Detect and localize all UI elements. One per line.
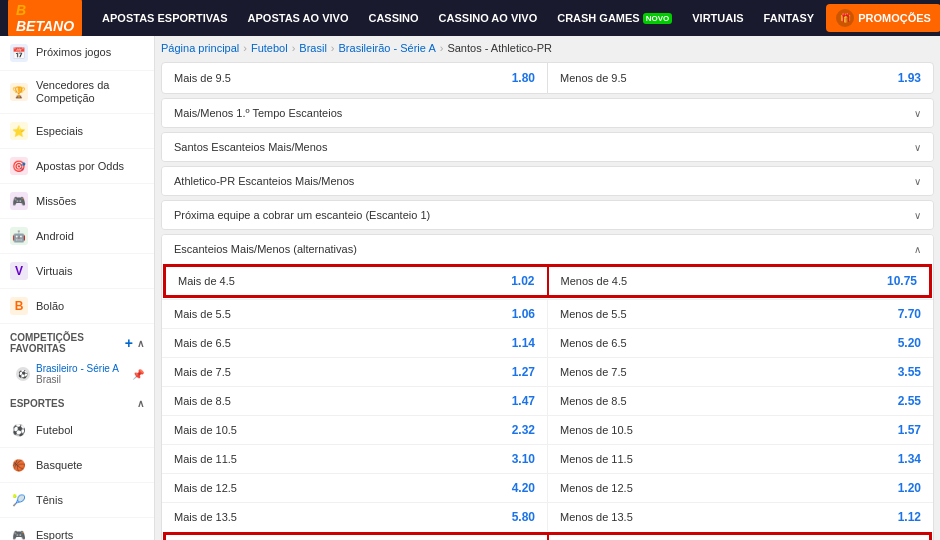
nav-apostas-esportivas[interactable]: APOSTAS ESPORTIVAS [94,12,236,24]
esports-icon: 🎮 [10,526,28,540]
bet-right-row-12.5[interactable]: Menos de 12.5 1.20 [548,474,933,502]
section-header-athletico-escanteios[interactable]: Athletico-PR Escanteios Mais/Menos ∨ [162,167,933,195]
bet-left-row-8.5[interactable]: Mais de 8.5 1.47 [162,387,548,415]
bet-left-row-14.5[interactable]: Mais de 14.5 7.80 [164,533,549,540]
bet-right-row-4.5[interactable]: Menos de 4.5 10.75 [547,265,932,297]
bet-left-label-row-12.5: Mais de 12.5 [174,482,237,494]
sidebar-label-esports: Esports [36,529,73,540]
bet-right-row-8.5[interactable]: Menos de 8.5 2.55 [548,387,933,415]
alternativas-rows: Mais de 4.5 1.02 Menos de 4.5 10.75 Mais… [162,264,933,540]
bet-left-odds-row-5.5: 1.06 [512,307,535,321]
bc-brasil[interactable]: Brasil [299,42,327,54]
bet-right-odds-row-7.5: 3.55 [898,365,921,379]
bet-left-row-10.5[interactable]: Mais de 10.5 2.32 [162,416,548,444]
bet-right-odds-row-12.5: 1.20 [898,481,921,495]
liga-brasileiro[interactable]: ⚽ Brasileiro - Série A Brasil 📌 [0,358,154,390]
nav-cassino-ao-vivo[interactable]: CASSINO AO VIVO [431,12,546,24]
promocoes-button[interactable]: 🎁 PROMOÇÕES [826,4,940,32]
bolao-icon: B [10,297,28,315]
sidebar-item-basquete[interactable]: 🏀 Basquete [0,448,154,483]
bet-right-row-14.5[interactable]: Menos de 14.5 1.06 [547,533,932,540]
bet-left-label-row-13.5: Mais de 13.5 [174,511,237,523]
bet-left-label-row-6.5: Mais de 6.5 [174,337,231,349]
sidebar-item-android[interactable]: 🤖 Android [0,219,154,254]
sidebar-label-virtuais: Virtuais [36,265,72,278]
bet-left-row-5.5[interactable]: Mais de 5.5 1.06 [162,300,548,328]
bet-right-label-row-11.5: Menos de 11.5 [560,453,633,465]
bet-left-label-row-5.5: Mais de 5.5 [174,308,231,320]
chevron-down-icon: ∨ [914,210,921,221]
bet-right-row-13.5[interactable]: Menos de 13.5 1.12 [548,503,933,531]
alternativas-label: Escanteios Mais/Menos (alternativas) [174,243,357,255]
bet-row-row-8.5: Mais de 8.5 1.47 Menos de 8.5 2.55 [162,386,933,415]
sidebar-item-tenis[interactable]: 🎾 Tênis [0,483,154,518]
top-right-odds: 1.93 [898,71,921,85]
bc-pagina-principal[interactable]: Página principal [161,42,239,54]
bet-row-row-14.5: Mais de 14.5 7.80 Menos de 14.5 1.06 [163,532,932,540]
logo-b-icon: B [16,2,26,18]
bet-right-row-5.5[interactable]: Menos de 5.5 7.70 [548,300,933,328]
top-left-bet[interactable]: Mais de 9.5 1.80 [162,63,548,93]
bet-right-odds-row-10.5: 1.57 [898,423,921,437]
collapse-competicoes-button[interactable]: ∧ [137,338,144,349]
header: B BETANO APOSTAS ESPORTIVAS APOSTAS AO V… [0,0,940,36]
section-proxima-equipe: Próxima equipe a cobrar um escanteio (Es… [161,200,934,230]
promocoes-icon: 🎁 [836,9,854,27]
bet-row-row-10.5: Mais de 10.5 2.32 Menos de 10.5 1.57 [162,415,933,444]
section-label-mais-menos-1-tempo: Mais/Menos 1.º Tempo Escanteios [174,107,342,119]
bet-left-label-row-11.5: Mais de 11.5 [174,453,237,465]
chevron-up-icon: ∧ [914,244,921,255]
bc-futebol[interactable]: Futebol [251,42,288,54]
sidebar-label-proximos-jogos: Próximos jogos [36,46,111,59]
nav-cassino[interactable]: CASSINO [360,12,426,24]
collapse-esportes-button[interactable]: ∧ [137,398,144,409]
breadcrumb: Página principal › Futebol › Brasil › Br… [161,42,934,54]
nav-virtuais[interactable]: VIRTUAIS [684,12,751,24]
section-header-santos-escanteios[interactable]: Santos Escanteios Mais/Menos ∨ [162,133,933,161]
star-icon: ⭐ [10,122,28,140]
bc-serie-a[interactable]: Brasileirão - Série A [339,42,436,54]
bet-right-label-row-7.5: Menos de 7.5 [560,366,627,378]
section-label-athletico-escanteios: Athletico-PR Escanteios Mais/Menos [174,175,354,187]
bet-left-row-6.5[interactable]: Mais de 6.5 1.14 [162,329,548,357]
bet-row-row-12.5: Mais de 12.5 4.20 Menos de 12.5 1.20 [162,473,933,502]
section-header-proxima-equipe[interactable]: Próxima equipe a cobrar um escanteio (Es… [162,201,933,229]
nav-crash-games[interactable]: CRASH GAMES NOVO [549,12,680,24]
nav-apostas-ao-vivo[interactable]: APOSTAS AO VIVO [240,12,357,24]
bet-right-label-row-4.5: Menos de 4.5 [561,275,628,287]
sidebar-item-esports[interactable]: 🎮 Esports [0,518,154,540]
sidebar-item-virtuais[interactable]: V Virtuais [0,254,154,289]
add-competicao-button[interactable]: + [125,335,133,351]
sidebar-item-apostas-odds[interactable]: 🎯 Apostas por Odds [0,149,154,184]
alternativas-header[interactable]: Escanteios Mais/Menos (alternativas) ∧ [162,235,933,263]
sidebar-item-futebol[interactable]: ⚽ Futebol [0,413,154,448]
alternativas-section: Escanteios Mais/Menos (alternativas) ∧ M… [161,234,934,540]
bet-right-row-10.5[interactable]: Menos de 10.5 1.57 [548,416,933,444]
bet-right-odds-row-8.5: 2.55 [898,394,921,408]
bet-left-row-4.5[interactable]: Mais de 4.5 1.02 [164,265,549,297]
bet-right-row-11.5[interactable]: Menos de 11.5 1.34 [548,445,933,473]
top-right-bet[interactable]: Menos de 9.5 1.93 [548,63,933,93]
nav-fantasy[interactable]: FANTASY [756,12,823,24]
bet-right-row-6.5[interactable]: Menos de 6.5 5.20 [548,329,933,357]
bet-left-row-13.5[interactable]: Mais de 13.5 5.80 [162,503,548,531]
section-header-mais-menos-1-tempo[interactable]: Mais/Menos 1.º Tempo Escanteios ∨ [162,99,933,127]
bet-row-row-6.5: Mais de 6.5 1.14 Menos de 6.5 5.20 [162,328,933,357]
sidebar-item-proximos-jogos[interactable]: 📅 Próximos jogos [0,36,154,71]
bet-left-row-7.5[interactable]: Mais de 7.5 1.27 [162,358,548,386]
bet-row-row-11.5: Mais de 11.5 3.10 Menos de 11.5 1.34 [162,444,933,473]
sidebar-item-vencedores[interactable]: 🏆 Vencedores da Competição [0,71,154,114]
bet-left-row-12.5[interactable]: Mais de 12.5 4.20 [162,474,548,502]
sidebar-item-bolao[interactable]: B Bolão [0,289,154,324]
logo[interactable]: B BETANO [8,0,82,38]
bet-left-row-11.5[interactable]: Mais de 11.5 3.10 [162,445,548,473]
bet-right-row-7.5[interactable]: Menos de 7.5 3.55 [548,358,933,386]
liga-info: Brasileiro - Série A Brasil [36,363,119,385]
calendar-icon: 📅 [10,44,28,62]
sidebar-item-especiais[interactable]: ⭐ Especiais [0,114,154,149]
bet-right-odds-row-13.5: 1.12 [898,510,921,524]
bet-left-odds-row-8.5: 1.47 [512,394,535,408]
liga-country: Brasil [36,374,119,385]
bet-right-label-row-13.5: Menos de 13.5 [560,511,633,523]
sidebar-item-missoes[interactable]: 🎮 Missões [0,184,154,219]
